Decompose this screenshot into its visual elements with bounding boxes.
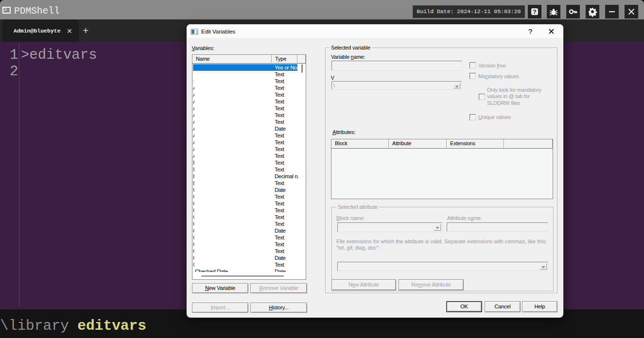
svg-text:?: ? (533, 9, 536, 16)
